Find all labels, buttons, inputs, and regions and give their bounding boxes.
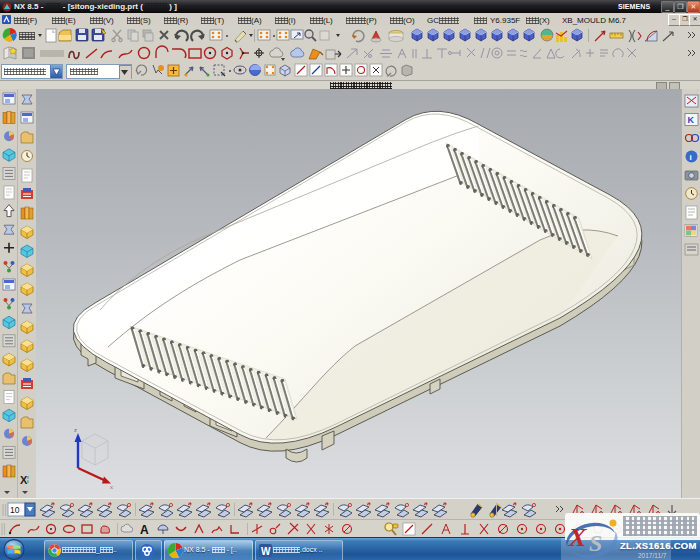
svg-text:W: W xyxy=(261,546,271,557)
svg-text:¦: ¦ xyxy=(27,475,29,483)
svg-text:K: K xyxy=(688,115,695,125)
svg-text:S: S xyxy=(589,530,602,556)
svg-text:x: x xyxy=(110,484,113,490)
svg-text:A: A xyxy=(140,523,149,537)
svg-text:10: 10 xyxy=(10,505,20,515)
svg-text:z: z xyxy=(74,427,77,433)
svg-text:i: i xyxy=(690,153,692,162)
svg-text:X: X xyxy=(568,523,587,552)
